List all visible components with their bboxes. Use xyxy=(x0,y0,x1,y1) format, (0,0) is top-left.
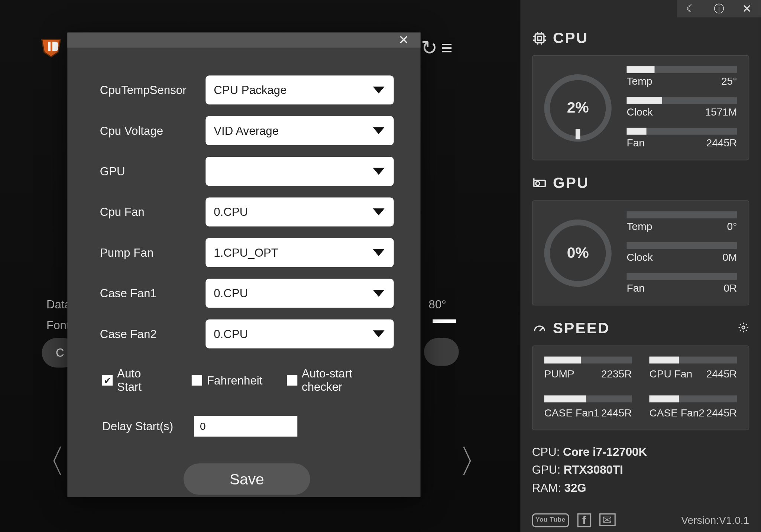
gpu-usage-value: 0% xyxy=(567,244,589,262)
bg-font-label: Font xyxy=(46,319,70,332)
cpu-section-title: CPU xyxy=(532,29,749,47)
case-fan2-select[interactable]: 0.CPU xyxy=(205,319,394,348)
pump-fan-label: Pump Fan xyxy=(100,246,192,259)
logo-icon xyxy=(39,35,63,58)
cpu-fan-select[interactable]: 0.CPU xyxy=(205,197,394,226)
info-button[interactable]: ⓘ xyxy=(705,0,733,17)
close-icon: ✕ xyxy=(742,2,752,16)
menu-icon-area[interactable]: ↻ ≡ xyxy=(421,36,450,59)
auto-start-label: Auto Start xyxy=(117,367,168,394)
gpu-section-title: GPU xyxy=(532,174,749,192)
gpu-label: GPU xyxy=(100,165,192,178)
cpu-usage-gauge: 2% xyxy=(544,74,612,141)
version-label: Version:V1.0.1 xyxy=(681,514,749,526)
checkbox-row: ✔ Auto Start Fahrenheit Auto-start check… xyxy=(102,367,394,394)
gpu-fan-metric: Fan0R xyxy=(626,273,737,295)
gpu-clock-metric: Clock0M xyxy=(626,242,737,264)
svg-rect-1 xyxy=(48,42,51,51)
cpu-usage-value: 2% xyxy=(567,99,589,117)
fahrenheit-checkbox[interactable]: Fahrenheit xyxy=(192,367,262,394)
window-controls: ☾ ⓘ ✕ xyxy=(677,0,761,17)
svg-point-6 xyxy=(742,326,745,329)
settings-modal: ✕ CpuTempSensor CPU Package Cpu Voltage … xyxy=(67,33,420,497)
gpu-usage-gauge: 0% xyxy=(544,219,612,286)
case-fan2-label: Case Fan2 xyxy=(100,327,192,341)
cpu-voltage-label: Cpu Voltage xyxy=(100,124,192,137)
delay-start-input[interactable] xyxy=(194,416,297,437)
gpu-select[interactable] xyxy=(205,157,394,186)
gpu-temp-metric: Temp0° xyxy=(626,211,737,233)
cpu-temp-sensor-select[interactable]: CPU Package xyxy=(205,75,394,104)
delay-start-label: Delay Start(s) xyxy=(102,419,173,433)
bg-right-pill[interactable] xyxy=(424,338,459,366)
social-links: You Tube f ✉ xyxy=(532,513,616,528)
hamburger-icon: ≡ xyxy=(441,36,450,59)
sidebar: ☾ ⓘ ✕ CPU 2% Temp25° xyxy=(520,0,761,532)
moon-icon: ☾ xyxy=(686,2,696,15)
autostart-checker-checkbox[interactable]: Auto-start checker xyxy=(287,367,394,394)
cpu-temp-sensor-label: CpuTempSensor xyxy=(100,83,192,97)
gpu-icon xyxy=(532,176,547,191)
dark-mode-button[interactable]: ☾ xyxy=(677,0,705,17)
refresh-icon: ↻ xyxy=(421,36,437,59)
save-button[interactable]: Save xyxy=(184,463,310,494)
speed-section-title: SPEED xyxy=(532,319,749,337)
casefan2-speed: CASE Fan22445R xyxy=(649,395,737,419)
cpufan-speed: CPU Fan2445R xyxy=(649,357,737,380)
cpu-clock-metric: Clock1571M xyxy=(626,97,737,119)
modal-body: CpuTempSensor CPU Package Cpu Voltage VI… xyxy=(67,48,420,509)
cpu-icon xyxy=(532,30,547,46)
gpu-panel: 0% Temp0° Clock0M Fan0R xyxy=(532,200,749,305)
window-close-button[interactable]: ✕ xyxy=(733,0,761,17)
facebook-icon[interactable]: f xyxy=(577,513,591,528)
modal-titlebar: ✕ xyxy=(67,33,420,48)
fahrenheit-label: Fahrenheit xyxy=(207,374,262,387)
checkbox-icon: ✔ xyxy=(102,375,112,386)
case-fan1-select[interactable]: 0.CPU xyxy=(205,279,394,308)
cpu-fan-metric: Fan2445R xyxy=(626,128,737,149)
cpu-fan-label: Cpu Fan xyxy=(100,205,192,219)
bg-slider-fill xyxy=(433,319,456,323)
svg-point-5 xyxy=(536,181,540,185)
svg-rect-3 xyxy=(538,36,541,40)
footer: You Tube f ✉ Version:V1.0.1 xyxy=(532,505,749,527)
info-icon: ⓘ xyxy=(714,2,724,16)
casefan1-speed: CASE Fan12445R xyxy=(544,395,632,419)
autostart-checker-label: Auto-start checker xyxy=(302,367,394,394)
main-area: ID ↻ ≡ Data Font 80° C 〈 〉 ✕ CpuTempSens… xyxy=(0,0,520,532)
cpu-panel: 2% Temp25° Clock1571M Fan2445R xyxy=(532,55,749,160)
close-icon[interactable]: ✕ xyxy=(395,33,412,48)
app-root: ID ↻ ≡ Data Font 80° C 〈 〉 ✕ CpuTempSens… xyxy=(0,0,761,532)
auto-start-checkbox[interactable]: ✔ Auto Start xyxy=(102,367,168,394)
youtube-icon[interactable]: You Tube xyxy=(532,513,569,528)
speed-icon xyxy=(532,321,547,336)
cpu-temp-metric: Temp25° xyxy=(626,66,737,88)
case-fan1-label: Case Fan1 xyxy=(100,286,192,300)
gear-icon xyxy=(738,322,749,333)
hardware-summary: CPU: Core i7-12700K GPU: RTX3080TI RAM: … xyxy=(532,443,749,497)
speed-settings-button[interactable] xyxy=(738,319,749,337)
pump-speed: PUMP2235R xyxy=(544,357,632,380)
checkbox-icon xyxy=(287,375,297,386)
next-arrow-button[interactable]: 〉 xyxy=(459,440,492,484)
mail-icon[interactable]: ✉ xyxy=(599,513,616,526)
cpu-voltage-select[interactable]: VID Average xyxy=(205,116,394,145)
speed-panel: PUMP2235R CPU Fan2445R CASE Fan12445R CA… xyxy=(532,346,749,430)
checkbox-icon xyxy=(192,375,202,386)
prev-arrow-button[interactable]: 〈 xyxy=(33,440,65,484)
svg-rect-2 xyxy=(535,34,544,43)
bg-80-label: 80° xyxy=(428,298,446,311)
pump-fan-select[interactable]: 1.CPU_OPT xyxy=(205,238,394,267)
